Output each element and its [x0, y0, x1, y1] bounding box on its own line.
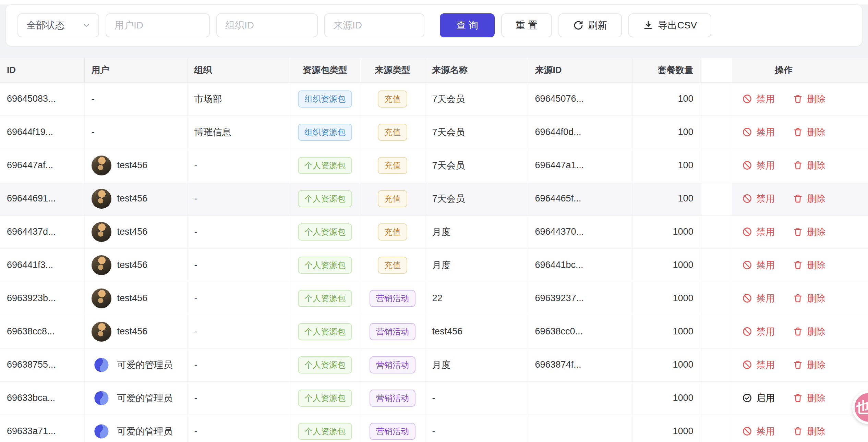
delete-action[interactable]: 删除	[793, 126, 825, 138]
cell-user: 可爱的管理员	[84, 381, 187, 415]
cell-id: 6963923b...	[0, 282, 84, 315]
disable-action[interactable]: 禁用	[742, 193, 775, 205]
cell-spacer	[701, 248, 732, 282]
filter-bar: 全部状态 查 询 重 置 刷新 导出CSV	[5, 4, 863, 46]
disable-action[interactable]: 禁用	[742, 359, 775, 371]
swirl-logo-avatar	[93, 389, 110, 407]
table-row: 69644f19...-博璀信息组织资源包充值7天会员69644f0d...10…	[0, 115, 868, 149]
cell-source-id: 696447a1...	[528, 149, 632, 182]
disable-action[interactable]: 禁用	[742, 159, 775, 172]
source-type-badge: 充值	[378, 223, 407, 241]
cell-source-type: 充值	[360, 82, 425, 115]
cell-id: 69645083...	[0, 82, 84, 115]
disable-action[interactable]: 禁用	[742, 425, 775, 438]
source-type-badge: 营销活动	[370, 423, 415, 440]
disable-action[interactable]: 禁用	[742, 226, 775, 238]
source-id-input[interactable]	[324, 13, 424, 37]
delete-action[interactable]: 删除	[793, 326, 825, 338]
disable-action-label: 禁用	[756, 93, 775, 105]
cell-actions: 禁用删除	[732, 115, 868, 149]
disable-action[interactable]: 禁用	[742, 292, 775, 305]
status-select[interactable]: 全部状态	[17, 13, 99, 37]
org-id-input[interactable]	[216, 13, 318, 37]
ban-icon	[742, 226, 752, 237]
enable-action[interactable]: 启用	[742, 392, 775, 404]
column-header-qty: 套餐数量	[632, 58, 701, 82]
cell-spacer	[701, 282, 732, 315]
floating-button-glyph: 也	[856, 398, 868, 417]
cell-actions: 禁用删除	[732, 182, 868, 215]
delete-action[interactable]: 删除	[793, 226, 825, 238]
column-header-srcname: 来源名称	[425, 58, 528, 82]
source-type-badge: 充值	[378, 124, 407, 141]
disable-action[interactable]: 禁用	[742, 259, 775, 271]
disable-action[interactable]: 禁用	[742, 326, 775, 338]
check-circle-icon	[742, 393, 752, 403]
delete-action[interactable]: 删除	[793, 159, 825, 172]
source-type-badge: 营销活动	[370, 356, 415, 373]
cell-source-type: 充值	[360, 248, 425, 282]
disable-action-label: 禁用	[756, 359, 775, 371]
user-name: test456	[117, 160, 148, 171]
delete-action[interactable]: 删除	[793, 292, 825, 305]
disable-action-label: 禁用	[756, 259, 775, 271]
source-type-badge: 充值	[378, 157, 407, 174]
cell-user: test456	[84, 215, 187, 248]
cell-user: 可爱的管理员	[84, 348, 187, 381]
disable-action[interactable]: 禁用	[742, 126, 775, 138]
user-name: 可爱的管理员	[117, 425, 173, 438]
user-photo-avatar	[92, 255, 111, 275]
delete-action[interactable]: 删除	[793, 93, 825, 105]
delete-action-label: 删除	[807, 93, 825, 105]
cell-source-name: 22	[425, 282, 528, 315]
cell-quantity: 100	[632, 149, 701, 182]
user-id-input[interactable]	[106, 13, 210, 37]
refresh-button[interactable]: 刷新	[558, 13, 622, 37]
trash-icon	[793, 426, 803, 437]
source-type-badge: 充值	[378, 90, 407, 108]
ban-icon	[742, 293, 752, 304]
cell-source-type: 充值	[360, 182, 425, 215]
cell-user: -	[84, 82, 187, 115]
delete-action-label: 删除	[807, 193, 825, 205]
delete-action[interactable]: 删除	[793, 425, 825, 438]
cell-actions: 禁用删除	[732, 415, 868, 442]
delete-action[interactable]: 删除	[793, 259, 825, 271]
cell-source-name: 7天会员	[425, 115, 528, 149]
cell-package-type: 组织资源包	[290, 115, 360, 149]
table-row: 69638755...可爱的管理员-个人资源包营销活动月度6963874f...…	[0, 348, 868, 381]
cell-actions: 禁用删除	[732, 348, 868, 381]
user-name: 可爱的管理员	[117, 359, 173, 371]
row-actions: 禁用删除	[732, 359, 868, 371]
source-type-badge: 营销活动	[370, 323, 415, 340]
status-select-value: 全部状态	[26, 19, 65, 32]
package-type-badge: 个人资源包	[298, 223, 352, 241]
delete-action[interactable]: 删除	[793, 359, 825, 371]
delete-action[interactable]: 删除	[793, 193, 825, 205]
cell-org: -	[187, 415, 290, 442]
cell-source-name: 月度	[425, 215, 528, 248]
reset-button[interactable]: 重 置	[501, 13, 552, 37]
cell-org: 市场部	[187, 82, 290, 115]
column-header-srctype: 来源类型	[360, 58, 425, 82]
refresh-button-label: 刷新	[588, 19, 607, 32]
export-csv-button[interactable]: 导出CSV	[628, 13, 712, 37]
delete-action-label: 删除	[807, 326, 825, 338]
delete-action-label: 删除	[807, 226, 825, 238]
cell-quantity: 1000	[632, 248, 701, 282]
query-button[interactable]: 查 询	[440, 13, 495, 37]
cell-spacer	[701, 149, 732, 182]
delete-action[interactable]: 删除	[793, 392, 825, 404]
disable-action[interactable]: 禁用	[742, 93, 775, 105]
cell-package-type: 个人资源包	[290, 248, 360, 282]
cell-org: -	[187, 348, 290, 381]
cell-quantity: 100	[632, 182, 701, 215]
cell-spacer	[701, 415, 732, 442]
trash-icon	[793, 293, 803, 304]
swirl-logo-avatar	[93, 356, 110, 374]
user-photo-avatar	[92, 189, 111, 209]
user-logo-avatar	[92, 388, 111, 408]
trash-icon	[793, 393, 803, 403]
cell-id: 6964437d...	[0, 215, 84, 248]
row-actions: 禁用删除	[732, 425, 868, 438]
